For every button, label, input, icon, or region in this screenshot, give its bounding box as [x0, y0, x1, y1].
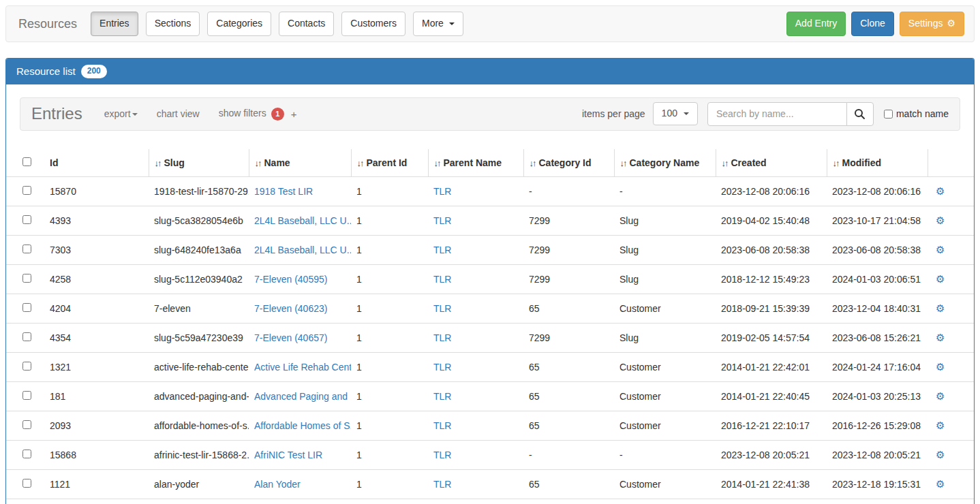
- chart-view-link[interactable]: chart view: [157, 108, 200, 119]
- cell-parent-name: TLR: [428, 206, 523, 235]
- add-filter-link[interactable]: +: [291, 108, 297, 120]
- name-link[interactable]: 7-Eleven (40623): [254, 303, 327, 314]
- search-button[interactable]: [846, 102, 874, 126]
- tab-categories[interactable]: Categories: [207, 12, 271, 36]
- cell-parent-id: 1: [351, 235, 428, 264]
- column-header-category-name[interactable]: ↓↑Category Name: [614, 149, 716, 177]
- row-checkbox[interactable]: [22, 245, 31, 253]
- column-header-name[interactable]: ↓↑Name: [249, 149, 351, 177]
- resource-type-tabs: Entries Sections Categories Contacts Cus…: [91, 12, 463, 36]
- cell-parent-name: TLR: [428, 235, 523, 264]
- parent-name-link[interactable]: TLR: [433, 362, 451, 373]
- parent-name-link[interactable]: TLR: [433, 479, 451, 490]
- cell-parent-id: 1: [351, 176, 428, 206]
- column-header-created[interactable]: ↓↑Created: [716, 149, 827, 177]
- row-checkbox[interactable]: [22, 479, 31, 488]
- table-row: 2093affordable-homes-of-s...Affordable H…: [6, 411, 974, 440]
- row-checkbox[interactable]: [22, 186, 31, 195]
- tab-customers[interactable]: Customers: [341, 12, 405, 36]
- column-header-modified[interactable]: ↓↑Modified: [827, 149, 928, 177]
- name-link[interactable]: 7-Eleven (40595): [254, 274, 327, 285]
- column-header-parent-name[interactable]: ↓↑Parent Name: [428, 149, 523, 177]
- cell-modified: 2023-06-08 20:58:38: [827, 235, 928, 264]
- name-link[interactable]: 2L4L Baseball, LLC U...: [254, 245, 351, 255]
- items-per-page-select[interactable]: 100: [653, 102, 698, 125]
- cell-id: 181: [44, 381, 149, 411]
- cell-modified: 2024-01-03 20:25:13: [827, 381, 928, 411]
- show-filters-link[interactable]: show filters1: [219, 108, 284, 121]
- row-actions-cell: ⚙: [928, 411, 974, 440]
- entries-heading: Entries: [31, 104, 82, 123]
- row-checkbox[interactable]: [22, 332, 31, 341]
- cell-category-name: Slug: [614, 206, 716, 235]
- tab-categories-label: Categories: [216, 17, 262, 31]
- name-link[interactable]: Affordable Homes of S...: [254, 420, 351, 431]
- name-link[interactable]: 7-Eleven (40657): [254, 332, 327, 343]
- tab-customers-label: Customers: [350, 17, 397, 31]
- export-dropdown-link[interactable]: export: [104, 108, 138, 119]
- column-header-category-id[interactable]: ↓↑Category Id: [523, 149, 614, 177]
- parent-name-link[interactable]: TLR: [433, 186, 451, 197]
- row-checkbox[interactable]: [22, 420, 31, 429]
- parent-name-link[interactable]: TLR: [433, 332, 451, 343]
- column-header-parent-id[interactable]: ↓↑Parent Id: [351, 149, 428, 177]
- tab-contacts[interactable]: Contacts: [279, 12, 334, 36]
- search-icon: [854, 108, 866, 120]
- parent-name-link[interactable]: TLR: [433, 245, 451, 255]
- match-name-checkbox[interactable]: [884, 110, 893, 119]
- row-settings-gear-icon[interactable]: ⚙: [936, 390, 945, 402]
- more-dropdown-button[interactable]: More: [413, 12, 463, 36]
- cell-category-id: 65: [523, 381, 614, 411]
- row-settings-gear-icon[interactable]: ⚙: [936, 478, 945, 490]
- parent-name-link[interactable]: TLR: [433, 450, 451, 460]
- row-checkbox[interactable]: [22, 274, 31, 283]
- row-settings-gear-icon[interactable]: ⚙: [936, 302, 945, 314]
- row-checkbox[interactable]: [22, 391, 31, 400]
- row-actions-cell: ⚙: [928, 352, 974, 381]
- row-settings-gear-icon[interactable]: ⚙: [936, 215, 945, 226]
- row-settings-gear-icon[interactable]: ⚙: [936, 185, 945, 197]
- row-settings-gear-icon[interactable]: ⚙: [936, 420, 945, 431]
- add-entry-button[interactable]: Add Entry: [786, 12, 846, 36]
- parent-name-link[interactable]: TLR: [433, 215, 451, 226]
- export-label: export: [104, 108, 131, 119]
- row-actions-cell: ⚙: [928, 381, 974, 411]
- row-settings-gear-icon[interactable]: ⚙: [936, 244, 945, 255]
- row-select-cell: [6, 352, 44, 381]
- column-header-slug[interactable]: ↓↑Slug: [149, 149, 249, 177]
- tab-entries-label: Entries: [99, 17, 129, 31]
- name-link[interactable]: Alan Yoder: [254, 479, 301, 490]
- clone-label: Clone: [860, 17, 885, 31]
- cell-modified: 2023-06-30 19:27:54: [827, 499, 928, 504]
- select-all-checkbox[interactable]: [22, 157, 31, 166]
- search-input[interactable]: [707, 102, 847, 126]
- cell-id: 4393: [44, 206, 149, 235]
- name-link[interactable]: Active Life Rehab Center: [254, 362, 351, 373]
- parent-name-link[interactable]: TLR: [433, 274, 451, 285]
- row-settings-gear-icon[interactable]: ⚙: [936, 361, 945, 373]
- row-checkbox[interactable]: [22, 215, 31, 224]
- settings-label: Settings: [908, 17, 943, 31]
- row-settings-gear-icon[interactable]: ⚙: [936, 332, 945, 343]
- cell-category-name: Slug: [614, 235, 716, 264]
- name-link[interactable]: Advanced Paging and ...: [254, 391, 351, 402]
- row-checkbox[interactable]: [22, 362, 31, 371]
- tab-sections[interactable]: Sections: [146, 12, 200, 36]
- sort-icon: ↓↑: [833, 158, 839, 168]
- row-checkbox[interactable]: [22, 450, 31, 458]
- name-link[interactable]: 2L4L Baseball, LLC U...: [254, 215, 351, 226]
- row-select-cell: [6, 381, 44, 411]
- tab-entries[interactable]: Entries: [91, 12, 138, 36]
- row-checkbox[interactable]: [22, 303, 31, 312]
- name-link[interactable]: 1918 Test LIR: [254, 186, 313, 197]
- row-settings-gear-icon[interactable]: ⚙: [936, 273, 945, 285]
- name-link[interactable]: AfriNIC Test LIR: [254, 450, 322, 460]
- parent-name-link[interactable]: TLR: [433, 303, 451, 314]
- settings-button[interactable]: Settings⚙: [900, 12, 964, 36]
- cell-modified: 2023-06-08 15:26:21: [827, 323, 928, 352]
- parent-name-link[interactable]: TLR: [433, 391, 451, 402]
- clone-button[interactable]: Clone: [851, 12, 894, 36]
- row-settings-gear-icon[interactable]: ⚙: [936, 449, 945, 460]
- parent-name-link[interactable]: TLR: [433, 420, 451, 431]
- row-select-cell: [6, 235, 44, 264]
